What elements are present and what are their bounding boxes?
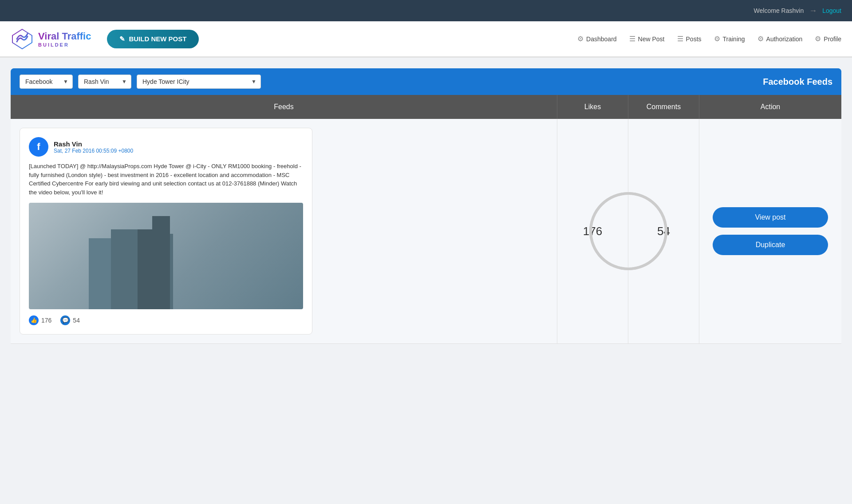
logout-button[interactable]: Logout (822, 7, 841, 14)
col-comments: Comments (628, 95, 699, 119)
header: Viral Traffic BUILDER ✎ BUILD NEW POST ⚙… (0, 21, 852, 57)
logo-icon (11, 28, 34, 51)
page-select[interactable]: Hyde Tower ICity (137, 75, 261, 89)
feed-card: f Rash Vin Sat, 27 Feb 2016 00:55:09 +08… (20, 128, 312, 335)
new-post-icon: ☰ (629, 35, 635, 43)
feed-stats: 👍 176 💬 54 (29, 315, 303, 325)
table-header: Feeds Likes Comments Action (11, 95, 841, 119)
feed-date: Sat, 27 Feb 2016 00:55:09 +0800 (54, 148, 133, 154)
nav-posts[interactable]: ☰ Posts (677, 35, 702, 43)
col-likes: Likes (557, 95, 628, 119)
nav-authorization[interactable]: ⚙ Authorization (757, 35, 803, 43)
table-content: f Rash Vin Sat, 27 Feb 2016 00:55:09 +08… (11, 119, 841, 344)
profile-icon: ⚙ (815, 35, 821, 43)
duplicate-button[interactable]: Duplicate (713, 235, 828, 255)
pencil-icon: ✎ (119, 35, 125, 43)
topbar: Welcome Rashvin → Logout (0, 0, 852, 21)
platform-select[interactable]: Facebook (20, 75, 73, 89)
logo-sub: BUILDER (38, 42, 91, 47)
comment-icon: 💬 (60, 315, 70, 325)
nav-new-post[interactable]: ☰ New Post (629, 35, 665, 43)
feeds-header: Facebook ▼ Rash Vin ▼ Hyde Tower ICity ▼… (11, 68, 841, 95)
avatar: f (29, 137, 48, 157)
logo-text: Viral Traffic BUILDER (38, 31, 91, 47)
nav-dashboard[interactable]: ⚙ Dashboard (577, 35, 617, 43)
welcome-text: Welcome Rashvin (754, 7, 804, 14)
col-action: Action (699, 95, 841, 119)
build-new-post-button[interactable]: ✎ BUILD NEW POST (107, 30, 199, 48)
page-select-wrapper: Hyde Tower ICity ▼ (137, 75, 261, 89)
feeds-container: Facebook ▼ Rash Vin ▼ Hyde Tower ICity ▼… (11, 68, 841, 344)
logo-main: Viral Traffic (38, 31, 91, 42)
platform-select-wrapper: Facebook ▼ (20, 75, 73, 89)
feed-comments-stat: 💬 54 (60, 315, 80, 325)
feeds-title: Facebook Feeds (763, 77, 832, 87)
nav-training[interactable]: ⚙ Training (714, 35, 745, 43)
main-content: Facebook ▼ Rash Vin ▼ Hyde Tower ICity ▼… (0, 58, 852, 354)
feed-comments-count: 54 (73, 317, 80, 324)
feed-image (29, 203, 303, 309)
feed-user-info: Rash Vin Sat, 27 Feb 2016 00:55:09 +0800 (54, 140, 133, 154)
feed-text: [Launched TODAY] @ http://MalaysiaProps.… (29, 162, 303, 197)
circle-chart-svg (584, 187, 673, 276)
circle-chart-cell: 54 (628, 119, 699, 343)
feed-user: f Rash Vin Sat, 27 Feb 2016 00:55:09 +08… (29, 137, 303, 157)
account-select[interactable]: Rash Vin (78, 75, 131, 89)
training-icon: ⚙ (714, 35, 720, 43)
view-post-button[interactable]: View post (713, 207, 828, 228)
main-nav: ⚙ Dashboard ☰ New Post ☰ Posts ⚙ Trainin… (577, 35, 841, 43)
authorization-icon: ⚙ (757, 35, 764, 43)
nav-profile[interactable]: ⚙ Profile (815, 35, 841, 43)
logout-arrow-icon: → (809, 6, 817, 16)
feed-likes-stat: 👍 176 (29, 315, 51, 325)
posts-icon: ☰ (677, 35, 683, 43)
feed-cell: f Rash Vin Sat, 27 Feb 2016 00:55:09 +08… (11, 119, 557, 343)
action-cell: View post Duplicate (699, 119, 841, 343)
col-feeds: Feeds (11, 95, 557, 119)
logo: Viral Traffic BUILDER (11, 28, 91, 51)
svg-point-2 (591, 193, 666, 269)
feed-likes-count: 176 (41, 317, 51, 324)
dashboard-icon: ⚙ (577, 35, 584, 43)
like-icon: 👍 (29, 315, 39, 325)
feed-username: Rash Vin (54, 140, 133, 148)
account-select-wrapper: Rash Vin ▼ (78, 75, 131, 89)
table-row: f Rash Vin Sat, 27 Feb 2016 00:55:09 +08… (11, 119, 841, 344)
